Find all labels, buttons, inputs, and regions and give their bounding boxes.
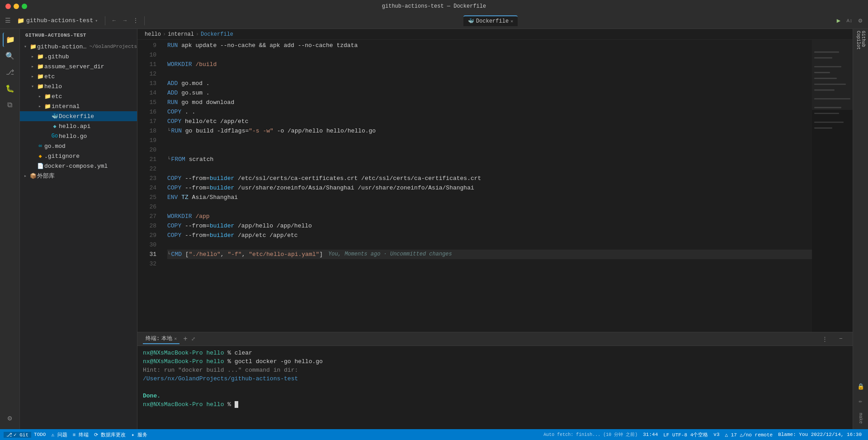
tree-item-github[interactable]: ▸ 📁 .github [20, 52, 137, 62]
breadcrumb-dockerfile[interactable]: Dockerfile [201, 31, 233, 38]
tree-item-assume[interactable]: ▸ 📁 assume_server_dir [20, 62, 137, 71]
code-line-15: RUN go mod download [167, 98, 812, 107]
editor-with-minimap: 9 10 11 12 13 14 15 16 17 18 19 20 21 22 [137, 40, 853, 332]
search-icon[interactable]: 🔍 [3, 49, 17, 63]
git-blame: You, Moments ago · Uncommitted changes [328, 250, 452, 259]
code-lines[interactable]: RUN apk update --no-cache && apk add --n… [160, 40, 812, 332]
blame-label: Blame: You 2022/12/14, 16:30 [778, 432, 862, 437]
code-editor[interactable]: 9 10 11 12 13 14 15 16 17 18 19 20 21 22 [137, 40, 812, 332]
dockerfile-tab[interactable]: 🐳 Dockerfile ✕ [463, 15, 518, 26]
hello-api-icon: ◆ [51, 123, 59, 130]
code-line-29: COPY --from=builder /app/etc /app/etc [167, 231, 812, 240]
git-status[interactable]: ⎇ ✓ Git [4, 432, 31, 438]
status-bar: ⎇ ✓ Git TODO ⚠ 问题 ≡ 终端 ⟳ 数据库更改 ✦ 服务 Auto… [0, 429, 868, 440]
terminal-add-button[interactable]: + [183, 335, 188, 343]
code-line-19 [167, 136, 812, 145]
etc-icon: 📁 [36, 73, 44, 80]
db-label: ⟳ 数据库更改 [94, 431, 126, 438]
tab-label: Dockerfile [476, 18, 509, 24]
tree-item-hello-api[interactable]: ◆ hello.api [20, 121, 137, 131]
terminal-body[interactable]: nx@NXsMacBook-Pro hello % clear nx@NXsMa… [137, 346, 853, 429]
todo-status[interactable]: TODO [31, 432, 48, 437]
tree-item-hello-go[interactable]: Go hello.go [20, 131, 137, 141]
terminal-options-icon[interactable]: ⋮ [818, 333, 831, 345]
code-line-21: └FROM scratch [167, 155, 812, 164]
settings-run-icon[interactable]: ⚙ [856, 17, 864, 25]
code-line-18: └RUN go build -ldflags="-s -w" -o /app/h… [167, 126, 812, 136]
git-icon[interactable]: ⎇ [3, 65, 17, 80]
right-lock-icon[interactable]: 🔒 [854, 380, 867, 393]
hello-api-label: hello.api [59, 123, 90, 130]
tree-item-gomod[interactable]: ∞ go.mod [20, 141, 137, 151]
code-line-31: └CMD ["./hello", "-f", "etc/hello-api.ya… [167, 250, 812, 259]
root-arrow: ▾ [22, 44, 29, 49]
hello-label: hello [44, 83, 62, 90]
dockerfile-icon: 🐳 [51, 113, 59, 120]
hello-arrow: ▾ [29, 84, 36, 89]
tab-bar: 🐳 Dockerfile ✕ [463, 15, 518, 26]
breadcrumb-sep2: › [196, 31, 199, 38]
run-icon[interactable]: ▶ [835, 17, 843, 25]
back-icon[interactable]: ← [110, 17, 118, 25]
terminal-line-7: nx@NXsMacBook-Pro hello % [143, 400, 847, 409]
debug-icon[interactable]: 🐛 [3, 81, 17, 96]
tree-item-hello-etc[interactable]: ▸ 📁 etc [20, 91, 137, 101]
hello-etc-icon: 📁 [43, 93, 52, 100]
assume-icon: 📁 [36, 63, 44, 70]
services-status[interactable]: ✦ 服务 [128, 431, 150, 438]
terminal-tab-close[interactable]: ✕ [174, 336, 177, 341]
terminal-header-right: ⋮ − [818, 333, 847, 345]
breadcrumb-hello[interactable]: hello [145, 31, 161, 38]
hello-go-icon: Go [51, 133, 59, 139]
tree-item-internal[interactable]: ▸ 📁 internal [20, 101, 137, 111]
code-line-14: ADD go.sum . [167, 88, 812, 98]
tree-item-dockerfile[interactable]: 🐳 Dockerfile [20, 111, 137, 121]
branch-status[interactable]: △ 17 △/no remote [722, 432, 775, 438]
terminal-expand-button[interactable]: ⤢ [191, 336, 195, 342]
more-options-icon[interactable]: ⋮ [132, 17, 140, 25]
forward-icon[interactable]: → [121, 17, 129, 25]
menu-icon[interactable]: ☰ [4, 17, 12, 25]
window-title: github-actions-test — Dockerfile [382, 3, 486, 9]
external-label: 外部库 [37, 172, 55, 180]
close-button[interactable] [5, 4, 11, 9]
svg-rect-13 [812, 40, 853, 110]
toolbar-center: 🐳 Dockerfile ✕ [148, 15, 833, 26]
hello-etc-arrow: ▸ [36, 94, 43, 99]
line-col-status[interactable]: 31:44 [640, 432, 660, 437]
explorer-icon[interactable]: 📁 [3, 33, 17, 47]
settings-icon[interactable]: ⚙ [3, 411, 17, 426]
titlebar: github-actions-test — Dockerfile [0, 0, 868, 13]
terminal-status[interactable]: ≡ 终端 [70, 431, 91, 438]
tree-item-etc[interactable]: ▸ 📁 etc [20, 71, 137, 81]
breadcrumb-internal[interactable]: internal [168, 31, 194, 38]
extensions-icon[interactable]: ⧉ [3, 98, 17, 112]
external-arrow: ▸ [22, 173, 29, 179]
project-selector[interactable]: 📁 github-actions-test ▾ [14, 16, 100, 25]
db-status[interactable]: ⟳ 数据库更改 [91, 431, 129, 438]
tree-item-docker-compose[interactable]: 📄 docker-compose.yml [20, 161, 137, 171]
code-line-24: COPY --from=builder /usr/share/zoneinfo/… [167, 183, 812, 193]
version-status[interactable]: v3 [711, 432, 722, 437]
tree-item-root[interactable]: ▾ 📁 github-actions-test ~/GolandProjects [20, 42, 137, 52]
problems-status[interactable]: ⚠ 问题 [48, 431, 70, 438]
terminal-line-6: Done. [143, 392, 847, 400]
blame-status[interactable]: Blame: You 2022/12/14, 16:30 [775, 432, 864, 437]
maximize-button[interactable] [22, 4, 27, 9]
terminal-close-icon[interactable]: − [835, 333, 847, 345]
code-line-12 [167, 69, 812, 79]
search-replace-icon[interactable]: A↕ [845, 17, 854, 25]
tree-item-hello[interactable]: ▾ 📁 hello [20, 81, 137, 91]
minimap [812, 40, 853, 332]
right-edit-icon[interactable]: ✏ [854, 395, 867, 407]
minimize-button[interactable] [14, 4, 19, 9]
encoding-status[interactable]: LF UTF-8 4个空格 [660, 431, 711, 438]
tab-close-button[interactable]: ✕ [510, 19, 513, 24]
tree-item-gitignore[interactable]: ◆ .gitignore [20, 151, 137, 161]
tree-item-external-libs[interactable]: ▸ 📦 外部库 [20, 171, 137, 181]
file-tree: ▾ 📁 github-actions-test ~/GolandProjects… [20, 42, 137, 429]
right-make-icon[interactable]: make [854, 409, 867, 427]
terminal-local-tab[interactable]: 终端: 本地 ✕ [143, 334, 179, 344]
code-line-27: WORKDIR /app [167, 212, 812, 221]
copilot-icon[interactable]: Github Copilot [854, 31, 867, 67]
